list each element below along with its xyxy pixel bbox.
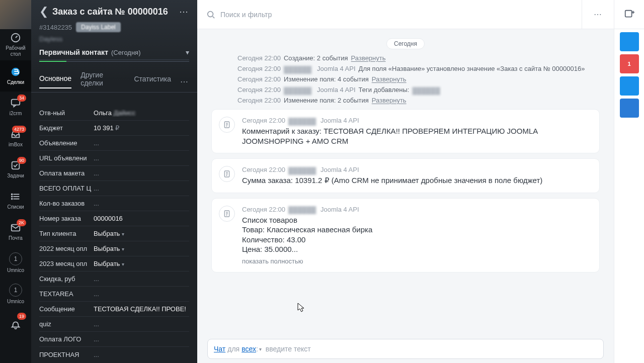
field-row[interactable]: Объявление... (39, 136, 189, 151)
field-row[interactable]: Скидка, руб... (39, 271, 189, 287)
log-line: Сегодня 22:00██████Joomla 4 APIДля поля … (237, 65, 604, 72)
nav-umnico2[interactable]: 1Umnico (0, 279, 31, 310)
nav-mail[interactable]: Почта2K (0, 216, 31, 247)
company-name[interactable]: Dayless (39, 35, 62, 43)
field-value[interactable]: ... (94, 290, 189, 298)
nav-deals[interactable]: Сделки (0, 60, 31, 92)
chat-link[interactable]: Чат (214, 345, 225, 353)
field-row[interactable]: 2022 месяц оплВыбрать▾ (39, 241, 189, 256)
count-badge: 2K (17, 219, 26, 226)
new-item-icon[interactable] (614, 0, 644, 29)
field-value[interactable]: ... (94, 351, 189, 358)
svg-rect-25 (625, 10, 631, 17)
field-value[interactable]: 00000016 (94, 215, 189, 222)
field-value[interactable]: Ольга Дайисс (94, 109, 189, 117)
field-value[interactable]: ... (94, 185, 189, 192)
feed-options-icon[interactable]: ⋯ (582, 0, 614, 29)
log-author: ██████ (284, 66, 314, 72)
composer-input[interactable] (266, 345, 597, 353)
nav-label: Umnico (7, 299, 24, 305)
nav-label: Почта (9, 235, 23, 241)
nav-imbox[interactable]: imBox4273 (0, 123, 31, 154)
note-card[interactable]: Сегодня 22:00██████Joomla 4 APIКомментар… (211, 109, 600, 153)
deal-id: #31482235 (39, 24, 72, 31)
widget-0[interactable] (620, 32, 639, 51)
composer-box[interactable]: Чат для всех: ▾ (207, 339, 604, 359)
field-row[interactable]: Тип клиентаВыбрать▾ (39, 226, 189, 241)
widget-1[interactable]: 1 (620, 54, 639, 73)
show-more-link[interactable]: показать полностью (242, 257, 591, 265)
field-label: 2022 месяц опл (39, 245, 94, 252)
field-value[interactable]: ... (94, 320, 189, 328)
log-time: Сегодня 22:00 (237, 75, 281, 83)
composer: Чат для всех: ▾ (197, 339, 614, 359)
nav-lists[interactable]: Списки (0, 185, 31, 216)
gauge-icon (10, 32, 21, 43)
field-value[interactable]: ... (94, 200, 189, 207)
nav-dashboard[interactable]: Рабочийстол (0, 29, 31, 60)
field-row[interactable]: Оплата ЛОГО... (39, 332, 189, 347)
primary-contact-row[interactable]: Первичный контакт (Сегодня) ▾ (39, 48, 189, 60)
field-row[interactable]: ВСЕГО ОПЛАТ Ц... (39, 181, 189, 196)
log-text: Изменение поля: 2 события (284, 97, 369, 104)
field-value[interactable]: ... (94, 275, 189, 283)
field-value[interactable]: Выбрать▾ (94, 230, 189, 237)
nav-i2crm[interactable]: i2crm34 (0, 92, 31, 123)
nav-label: Umnico (7, 267, 24, 274)
tab-other[interactable]: Другие сделки (80, 71, 125, 92)
field-row[interactable]: СообщениеТЕСТОВАЯ СДЕЛКА!! ПРОВЕ! (39, 302, 189, 317)
nav-label: i2crm (10, 111, 22, 117)
field-row[interactable]: Кол-во заказов... (39, 196, 189, 211)
account-avatar[interactable] (0, 0, 31, 29)
field-row[interactable]: Бюджет10 391 ₽ (39, 121, 189, 136)
deals-icon (10, 66, 21, 77)
tab-main[interactable]: Основное (39, 74, 71, 88)
nav-bell[interactable]: 19 (0, 310, 31, 341)
note-meta: Сегодня 22:00██████Joomla 4 API (242, 166, 591, 173)
field-value[interactable]: ... (94, 335, 189, 343)
note-icon (219, 117, 235, 133)
nav-tasks[interactable]: Задачи90 (0, 154, 31, 185)
field-label: Сообщение (39, 305, 94, 313)
field-row[interactable]: ПРОЕКТНАЯ... (39, 347, 189, 362)
log-app: Joomla 4 API (317, 65, 356, 72)
chevron-down-icon[interactable]: ▾ (259, 346, 262, 352)
tab-stats[interactable]: Статистика (134, 75, 171, 88)
note-body: Список товаровТовар: Классическая навесн… (242, 215, 591, 254)
recipient-link[interactable]: всех (242, 345, 256, 353)
field-row[interactable]: 2023 месяц оплВыбрать▾ (39, 256, 189, 271)
search-input[interactable] (220, 11, 573, 19)
field-value[interactable]: ... (94, 154, 189, 162)
field-row[interactable]: Оплата макета... (39, 166, 189, 181)
field-label: quiz (39, 320, 94, 328)
field-row[interactable]: quiz... (39, 317, 189, 332)
note-card[interactable]: Сегодня 22:00██████Joomla 4 APIСумма зак… (211, 158, 600, 193)
expand-link[interactable]: Развернуть (372, 97, 407, 104)
widget-3[interactable] (620, 99, 639, 118)
deal-fields: Отв-ныйОльга ДайиссБюджет10 391 ₽Объявле… (31, 103, 197, 363)
field-value[interactable]: Выбрать▾ (94, 260, 189, 267)
nav-umnico1[interactable]: 1Umnico (0, 247, 31, 279)
log-text: Изменение поля: 4 события (284, 75, 369, 83)
field-label: Скидка, руб (39, 275, 94, 283)
field-value[interactable]: 10 391 ₽ (94, 124, 189, 132)
field-row[interactable]: Номер заказа00000016 (39, 211, 189, 226)
field-value[interactable]: Выбрать▾ (94, 245, 189, 252)
field-value[interactable]: ТЕСТОВАЯ СДЕЛКА!! ПРОВЕ! (94, 305, 189, 313)
deal-menu-icon[interactable]: ⋯ (179, 6, 189, 17)
expand-link[interactable]: Развернуть (351, 54, 386, 62)
expand-link[interactable]: Развернуть (372, 75, 407, 83)
tabs-more-icon[interactable]: ⋯ (180, 77, 189, 86)
count-badge: 19 (17, 313, 26, 320)
search-bar[interactable] (197, 0, 582, 29)
field-row[interactable]: Отв-ныйОльга Дайисс (39, 106, 189, 121)
note-card[interactable]: Сегодня 22:00██████Joomla 4 APIСписок то… (211, 198, 600, 273)
field-row[interactable]: TEXTAREA... (39, 287, 189, 302)
feed-body: Сегодня Сегодня 22:00Создание: 2 события… (197, 29, 614, 336)
field-value[interactable]: ... (94, 169, 189, 177)
back-icon[interactable]: ❮ (39, 5, 48, 18)
field-value[interactable]: ... (94, 139, 189, 147)
deal-tag[interactable]: Dayiss Label (76, 22, 121, 32)
widget-2[interactable] (620, 76, 639, 96)
field-row[interactable]: URL объявлени... (39, 151, 189, 166)
